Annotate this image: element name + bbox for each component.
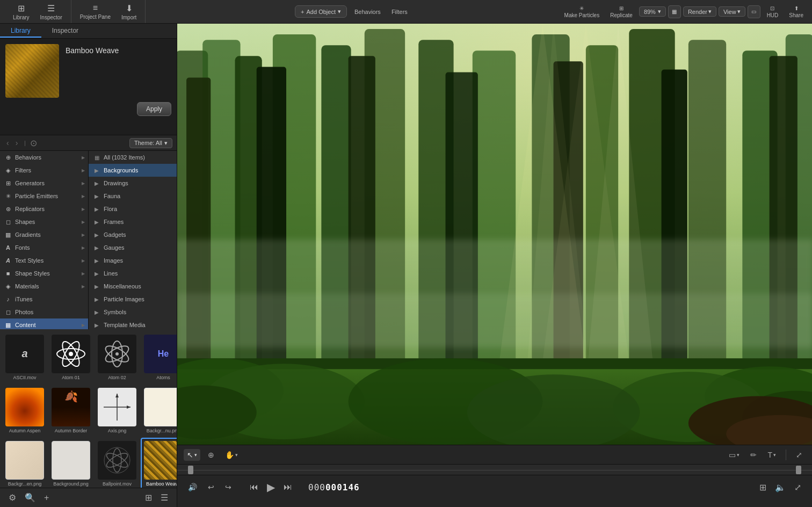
loop-forward-button[interactable]: ↪ [223,482,234,492]
pan-tool-button[interactable]: ✋ ▾ [222,449,241,461]
subcat-all[interactable]: ▦ All (1032 Items) [89,151,177,164]
svg-marker-10 [115,394,119,397]
subcat-gadgets[interactable]: ▶ Gadgets [89,228,177,241]
transform-tool-button[interactable]: ⊕ [205,449,218,461]
grid-item-atom-02[interactable]: Atom 02 [95,331,140,383]
apply-button[interactable]: Apply [137,102,171,116]
text-tool-button[interactable]: T ▾ [764,449,779,461]
sidebar-item-text-styles[interactable]: A Text Styles [0,254,88,267]
canvas-viewport[interactable] [177,24,812,445]
sidebar-item-fonts[interactable]: A Fonts [0,241,88,254]
sidebar-item-shape-styles[interactable]: ■ Shape Styles [0,267,88,280]
forest-scene [177,24,812,445]
replicate-button[interactable]: ⊞ Replicate [606,3,637,20]
panel-add-button[interactable]: + [42,492,51,504]
subcat-symbols[interactable]: ▶ Symbols [89,306,177,318]
subcat-drawings[interactable]: ▶ Drawings [89,177,177,190]
tab-inspector[interactable]: Inspector [41,25,89,38]
right-toolbar: ✳ Make Particles ⊞ Replicate 89% ▾ ▦ Ren… [560,3,808,20]
hud-button[interactable]: ⊡ HUD [763,3,783,20]
project-pane-button[interactable]: ≡ Project Pane [76,1,115,22]
zoom-display[interactable]: 89% ▾ [639,6,666,17]
sidebar-item-particle-emitters[interactable]: ✳ Particle Emitters [0,190,88,202]
canvas-tool-bar: ↖ ▾ ⊕ ✋ ▾ ▭ ▾ ✏ T ▾ [177,445,812,464]
grid-view-button[interactable]: ⊞ [143,491,154,504]
go-to-end-button[interactable]: ⏭ [282,481,293,493]
grid-item-bamboo-weave[interactable]: Bamboo Weave [141,438,177,488]
add-object-button[interactable]: + Add Object ▾ [295,5,347,18]
behaviors-button[interactable]: Behaviors [351,6,384,17]
sidebar-item-materials[interactable]: ◈ Materials [0,280,88,293]
subcat-particle-images[interactable]: ▶ Particle Images [89,293,177,306]
sidebar-item-photos[interactable]: ◻ Photos [0,306,88,318]
nav-back-button[interactable]: ‹ [4,137,11,148]
color-option-button[interactable]: ▦ [668,5,681,18]
subcat-backgrounds[interactable]: ▶ Backgrounds [89,164,177,177]
tab-library[interactable]: Library [0,25,41,38]
timeline-audio-button[interactable]: 🔈 [773,481,788,494]
subcat-gauges[interactable]: ▶ Gauges [89,241,177,254]
grid-item-backgr-en-png[interactable]: Backgr...en.png [2,438,47,488]
sidebar-item-filters[interactable]: ◈ Filters [0,164,88,177]
render-button[interactable]: Render ▾ [683,6,716,17]
expand-button[interactable]: ⤢ [793,449,806,461]
grid-item-ballpoint-mov[interactable]: Ballpoint.mov [95,438,140,488]
sidebar-item-replicators[interactable]: ⊛ Replicators [0,202,88,215]
nav-home-button[interactable]: ⊙ [30,138,37,148]
subcat-lines[interactable]: ▶ Lines [89,267,177,280]
timeline-settings-button[interactable]: ⊞ [757,481,769,494]
grid-item-axis-png[interactable]: Axis.png [95,385,140,437]
timeline-scrubber[interactable] [177,465,812,475]
inspector-button[interactable]: ☰ Inspector [36,1,67,23]
grid-item-autumn-aspen[interactable]: Autumn Aspen [2,385,47,437]
sidebar-item-gradients[interactable]: ▦ Gradients [0,228,88,241]
project-pane-icon: ≡ [93,3,98,13]
play-button[interactable]: ▶ [266,480,276,495]
panel-search-button[interactable]: 🔍 [23,491,38,504]
volume-button[interactable]: 🔊 [186,482,199,492]
sidebar-item-generators[interactable]: ⊞ Generators [0,177,88,190]
list-view-button[interactable]: ☰ [158,491,170,504]
theme-selector[interactable]: Theme: All ▾ [129,138,172,148]
atom01-thumbnail [52,335,90,373]
preview-title: Bamboo Weave [66,46,119,55]
scrubber-handle-start[interactable] [188,466,193,474]
share-button[interactable]: ⬆ Share [785,3,808,20]
grid-item-ascii-mov[interactable]: a ASCII.mov [2,331,47,383]
shapes-tool-button[interactable]: ▭ ▾ [726,449,743,461]
go-to-start-button[interactable]: ⏮ [249,481,259,493]
atoms-label: Atoms [156,375,170,380]
ballpoint-mov-thumbnail [98,441,136,480]
nav-forward-button[interactable]: › [13,137,20,148]
import-button[interactable]: ⬇ Import [117,1,141,23]
subcat-fauna[interactable]: ▶ Fauna [89,190,177,202]
library-button[interactable]: ⊞ Library [9,1,34,23]
subcat-template-media[interactable]: ▶ Template Media [89,318,177,329]
loop-back-button[interactable]: ↩ [206,482,216,492]
subcat-flora[interactable]: ▶ Flora [89,202,177,215]
grid-item-atom-01[interactable]: Atom 01 [48,331,93,383]
sidebar-item-itunes[interactable]: ♪ iTunes [0,293,88,306]
timeline-fullscreen-button[interactable]: ⤢ [792,481,803,494]
view-button[interactable]: View ▾ [719,6,745,17]
axis-png-label: Axis.png [108,428,127,433]
paint-tool-button[interactable]: ✏ [747,449,760,461]
subcat-miscellaneous[interactable]: ▶ Miscellaneous [89,280,177,293]
atom02-thumbnail [98,335,136,373]
panel-settings-button[interactable]: ⚙ [6,491,18,504]
subcat-images[interactable]: ▶ Images [89,254,177,267]
sidebar-item-content[interactable]: ▦ Content [0,318,88,329]
make-particles-button[interactable]: ✳ Make Particles [560,3,604,20]
select-tool-button[interactable]: ↖ ▾ [184,449,200,461]
sidebar-item-behaviors[interactable]: ⊕ Behaviors [0,151,88,164]
grid-item-atoms[interactable]: He Atoms [141,331,177,383]
filters-button[interactable]: Filters [388,6,411,17]
text-icon: T [767,451,772,459]
grid-item-background-png[interactable]: Background.png [48,438,93,488]
aspect-ratio-button[interactable]: ▭ [748,5,760,18]
subcat-frames[interactable]: ▶ Frames [89,215,177,228]
sidebar-item-shapes[interactable]: ◻ Shapes [0,215,88,228]
grid-item-backgr-nu-png[interactable]: Backgr...nu.png [141,385,177,437]
scrubber-handle-end[interactable] [796,466,801,474]
grid-item-autumn-border[interactable]: 🍂 Autumn Border [48,385,93,437]
